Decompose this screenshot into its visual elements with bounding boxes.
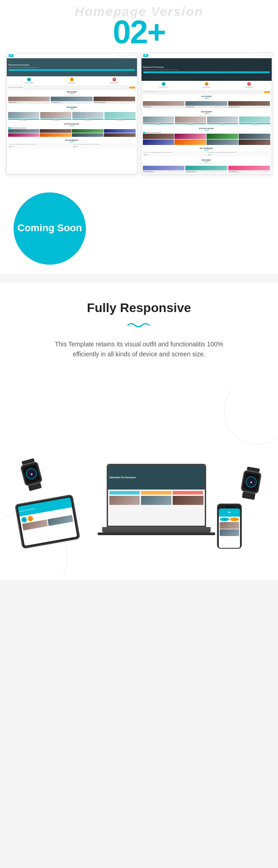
tablet-body: Education For Everyone 🎓 📚 [14, 495, 80, 549]
mini-hero-btn-left[interactable]: Read More [9, 69, 135, 71]
author-name-r2: Jane Doe [210, 154, 213, 155]
mini-hero-title-left: Education For Everyone [9, 64, 135, 66]
gallery-tab-trips-r[interactable]: Trips [151, 132, 155, 133]
teacher-r2: Academic Name Math, Sandra Smith [175, 117, 206, 125]
teacher-photo-3 [72, 112, 104, 118]
gallery-tab-day-r[interactable]: Day Time [155, 132, 161, 133]
phone-hero-bar: UNIV [219, 509, 240, 517]
course-card-r2: Labor Finish Class Lorem ipsum dolor sit… [185, 101, 227, 108]
newsletter-label-right: Subscribe To Our Newsletter [143, 91, 158, 93]
responsive-title: Fully Responsive [9, 301, 269, 315]
mini-logo-left: UNIV [9, 54, 14, 57]
student-title-right: FOR STUDENT [141, 158, 272, 162]
phone-img-1 [220, 522, 239, 529]
laptop-hero-bar: Education For Everyone [108, 465, 205, 490]
mini-feature-2: 📚 Online Education Lorem ipsum dolor sit [51, 78, 93, 84]
newsletter-btn-left[interactable]: Subscribe [129, 87, 135, 89]
testimonial-r1: Lorem ipsum dolor sit amet consectetur a… [143, 151, 206, 157]
teacher-name-2: Math Head, Sandra Smith [40, 120, 71, 121]
course-img-r2 [185, 101, 227, 106]
author-avatar-r1 [144, 154, 146, 156]
mini-teachers-grid-left: Academic Name Science Head, David Quinn … [7, 112, 137, 122]
teacher-photo-1 [8, 112, 39, 118]
smartwatch-left: ⌚ [19, 457, 44, 492]
gallery-tab-day[interactable]: Day Time [21, 127, 26, 129]
teacher-badge-r3: Academic Name [207, 123, 238, 124]
newsletter-input-right[interactable] [158, 91, 263, 93]
teacher-photo-r4 [239, 117, 270, 123]
mini-hero-btn-right[interactable]: Read More [143, 71, 270, 73]
course-body-r2: Labor Finish Class Lorem ipsum dolor sit… [185, 106, 227, 108]
teacher-photo-r1 [143, 117, 174, 123]
tablet-icon-2: 📚 [27, 516, 33, 522]
gallery-tab-onsite-r[interactable]: On Site [146, 132, 151, 133]
laptop-screen: Education For Everyone [107, 464, 206, 527]
course-text-3: Lorem ipsum dolor sit amet consectetur [94, 103, 135, 103]
course-text-r3: Lorem ipsum dolor sit amet [229, 107, 270, 108]
testimonial-text-r1: Lorem ipsum dolor sit amet consectetur a… [144, 152, 205, 153]
course-card-r1: Computer Science Lorem ipsum dolor sit a… [143, 101, 185, 108]
courses-divider [70, 93, 74, 94]
gallery-item-r3 [207, 134, 238, 139]
phone-body: UNIV 🎓 📚 [217, 504, 242, 549]
tablet-screen: Education For Everyone 🎓 📚 [18, 498, 77, 546]
coming-soon-text: Coming Soon [18, 222, 82, 234]
mini-header-right: UNIV [141, 53, 272, 58]
gallery-title-left: OUR PHOTO GALLERY [7, 122, 137, 126]
mini-nav-left [118, 56, 135, 56]
courses-divider-r [204, 98, 209, 98]
gallery-item-r5 [143, 140, 174, 145]
student-body-1: Running along a path to Lorem ipsum dolo… [143, 170, 185, 173]
feature-desc-r3: Lorem ipsum dolor sit [228, 87, 270, 88]
watermark-text: Homepage Version [75, 5, 203, 19]
feature-icon-3: 🌍 [113, 78, 116, 81]
mini-newsletter-right: Subscribe To Our Newsletter Subscribe [141, 90, 272, 94]
mini-courses-grid-right: Computer Science Lorem ipsum dolor sit a… [141, 101, 272, 110]
testimonial-2: Lorem ipsum dolor sit amet consectetur a… [72, 143, 136, 149]
smartwatch-right: ⌚ [239, 466, 263, 500]
nav-item-r [256, 56, 259, 56]
testimonial-author-2: Jane Doe [73, 146, 135, 148]
author-avatar-1 [9, 146, 11, 148]
feature-icon-r3: 🌍 [247, 82, 251, 86]
gallery-item-8 [104, 133, 136, 137]
testimonials-title-left: OUR TESTIMONIALS [7, 138, 137, 142]
teacher-badge-4: Academic Name [104, 119, 136, 120]
teacher-badge-r2: Academic Name [175, 123, 206, 124]
gallery-title-right: OUR PHOTO GALLERY [141, 126, 272, 130]
gallery-item-r4 [239, 134, 270, 139]
tablet-hero-text: Education For Everyone [19, 508, 35, 513]
feature-desc-r1: Lorem ipsum dolor sit [143, 87, 185, 88]
testimonial-text-2: Lorem ipsum dolor sit amet consectetur a… [73, 144, 135, 145]
testimonials-divider [70, 142, 74, 142]
laptop-feature-2 [141, 491, 171, 495]
mini-features-right: 🎓 Steamship Programs Lorem ipsum dolor s… [141, 81, 272, 90]
courses-title-right: OUR COURSES [141, 94, 272, 98]
mini-newsletter-left: Subscribe To Our Newsletter Subscribe [7, 86, 137, 90]
gallery-tab-all[interactable]: All [8, 127, 11, 129]
student-divider-r [204, 162, 209, 162]
nav-item [132, 56, 135, 56]
newsletter-input-left[interactable] [24, 87, 128, 89]
newsletter-btn-right[interactable]: Subscribe [264, 91, 270, 93]
course-body-3: Business and Management Lorem ipsum dolo… [94, 101, 136, 104]
teacher-name-r4: Art, Susan Martin [239, 125, 270, 125]
gallery-tab-trips[interactable]: Trips [16, 127, 20, 129]
author-name-2: Jane Doe [75, 146, 78, 147]
laptop-course-2 [141, 496, 171, 505]
mini-student-grid: Running along a path to Lorem ipsum dolo… [143, 166, 270, 173]
course-card-3: Business and Management Lorem ipsum dolo… [94, 97, 136, 104]
teacher-badge-2: Academic Name [40, 119, 71, 120]
gallery-tab-onsite[interactable]: On Site [11, 127, 16, 129]
course-img-2 [51, 97, 93, 101]
laptop-base [102, 527, 211, 532]
course-body-r3: Business and Management Lorem ipsum dolo… [228, 106, 270, 108]
gallery-item-4 [104, 129, 136, 133]
laptop-courses-row [108, 496, 205, 505]
mini-hero-left: Education For Everyone Lorem ipsum dolor… [7, 58, 137, 76]
phone-icon-2: 📚 [230, 518, 239, 521]
student-card-3: Trying a good thing Lorem ipsum dolor si… [228, 166, 270, 173]
gallery-item-1 [8, 129, 40, 133]
teacher-4: Academic Name Art Head, Susan Martin [104, 112, 136, 121]
gallery-tab-all-r[interactable]: All [143, 132, 146, 133]
